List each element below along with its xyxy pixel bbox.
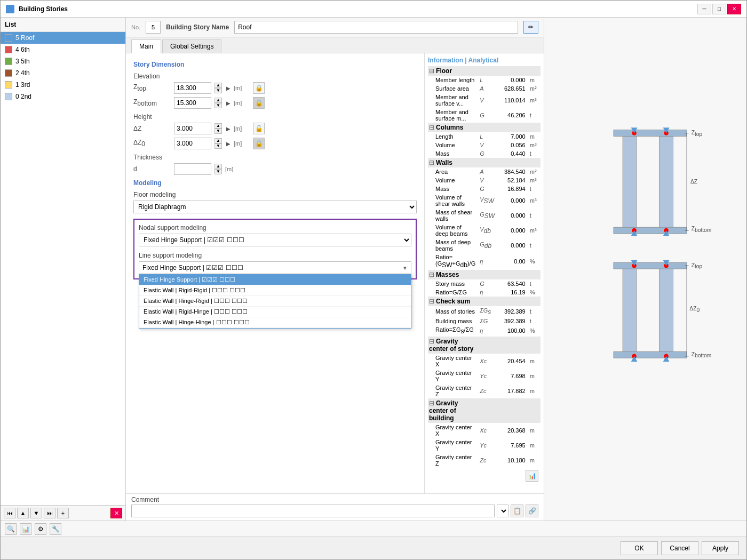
story-item[interactable]: 1 3rd	[1, 79, 125, 91]
cell-unit: m	[528, 453, 541, 468]
ztop-arrows: ▲ ▼	[214, 83, 222, 93]
chart-button[interactable]: 📊	[20, 523, 31, 535]
delete-button[interactable]: ✕	[110, 508, 122, 518]
story-item[interactable]: 3 5th	[1, 55, 125, 67]
tab-main[interactable]: Main	[131, 39, 161, 53]
minimize-button[interactable]: ─	[697, 4, 711, 14]
story-label-2: 2 4th	[15, 69, 30, 77]
ztop-down[interactable]: ▼	[214, 88, 222, 93]
walls-toggle[interactable]: ⊟	[429, 159, 434, 166]
dz0-input[interactable]	[174, 138, 211, 149]
story-item[interactable]: 2 4th	[1, 67, 125, 79]
cell-value: 16.19	[498, 288, 528, 297]
zbottom-down[interactable]: ▼	[214, 103, 222, 108]
info-export-button[interactable]: 📊	[526, 470, 538, 482]
cell-value: 16.894	[498, 185, 528, 193]
cell-symbol: G	[478, 149, 497, 158]
dz-lock[interactable]: 🔓	[253, 123, 265, 134]
table-row: Gravity center YYc7.698m	[428, 369, 541, 383]
cell-label: Volume of deep beams	[428, 223, 478, 238]
add-button[interactable]: +	[57, 508, 69, 518]
dz-input[interactable]	[174, 123, 211, 134]
d-up[interactable]: ▲	[214, 164, 222, 169]
cell-value: 0.440	[498, 149, 528, 158]
svg-rect-1	[659, 132, 673, 233]
line-support-value: Fixed Hinge Support | ☑☑☑ ☐☐☐	[142, 264, 243, 271]
dz0-arrows: ▲ ▼	[214, 138, 222, 149]
zbottom-lock[interactable]: 🔒	[253, 97, 265, 109]
cell-symbol: Vdb	[478, 223, 497, 238]
zoom-button[interactable]: 🔍	[5, 523, 17, 535]
dropdown-item[interactable]: Elastic Wall | Rigid-Hinge | ☐☐☐ ☐☐☐	[139, 307, 411, 317]
story-color-3	[5, 58, 12, 65]
dz-up[interactable]: ▲	[214, 123, 222, 129]
title-bar: Building Stories ─ □ ✕	[1, 1, 746, 18]
masses-toggle[interactable]: ⊟	[429, 271, 434, 278]
cell-label: Ratio=ΣGs/ΣG	[428, 325, 478, 336]
cell-unit: t	[528, 306, 541, 317]
dropdown-item[interactable]: Fixed Hinge Support | ☑☑☑ ☐☐☐	[139, 275, 411, 285]
gravity-story-toggle[interactable]: ⊟	[429, 338, 434, 345]
zbottom-up[interactable]: ▲	[214, 98, 222, 103]
dropdown-item[interactable]: Elastic Wall | Hinge-Rigid | ☐☐☐ ☐☐☐	[139, 296, 411, 307]
cell-symbol: G	[478, 185, 497, 193]
floor-toggle[interactable]: ⊟	[429, 67, 434, 75]
svg-rect-21	[614, 351, 687, 358]
story-item[interactable]: 5 Roof	[1, 32, 125, 44]
cell-unit: t	[528, 238, 541, 253]
ztop-unit: [m]	[234, 85, 250, 91]
columns-toggle[interactable]: ⊟	[429, 124, 434, 131]
modeling-section: Modeling Floor modeling Rigid Diaphragm …	[133, 179, 417, 279]
close-button[interactable]: ✕	[727, 4, 741, 14]
svg-text:Ztop: Ztop	[691, 262, 702, 269]
zbottom-input[interactable]	[174, 97, 211, 109]
move-last-button[interactable]: ⏭	[44, 508, 55, 518]
cell-symbol: G	[478, 279, 497, 288]
nodal-support-select[interactable]: Fixed Hinge Support | ☑☑☑ ☐☐☐	[139, 234, 411, 246]
tab-global-settings[interactable]: Global Settings	[162, 39, 221, 53]
story-item[interactable]: 0 2nd	[1, 91, 125, 102]
comment-input[interactable]	[131, 505, 495, 517]
dz-down[interactable]: ▼	[214, 129, 222, 134]
tools-button[interactable]: 🔧	[50, 523, 61, 535]
checksum-toggle[interactable]: ⊟	[429, 298, 434, 305]
ztop-up[interactable]: ▲	[214, 83, 222, 88]
floor-modeling-select[interactable]: Rigid Diaphragm	[133, 201, 417, 213]
cell-value: 0.000	[498, 193, 528, 208]
gravity-building-toggle[interactable]: ⊟	[429, 399, 434, 407]
table-row: Mass of shear wallsGSW0.000t	[428, 208, 541, 223]
ok-button[interactable]: OK	[621, 541, 658, 555]
dropdown-item[interactable]: Elastic Wall | Rigid-Rigid | ☐☐☐ ☐☐☐	[139, 285, 411, 296]
move-down-button[interactable]: ▼	[30, 508, 42, 518]
move-up-button[interactable]: ▲	[17, 508, 29, 518]
ztop-input[interactable]	[174, 82, 211, 94]
dz0-lock[interactable]: 🔒	[253, 138, 265, 149]
settings-pane: Story Dimension Elevation Ztop ▲ ▼ ▶	[126, 53, 425, 493]
dz0-down[interactable]: ▼	[214, 143, 222, 149]
ztop-arrow-icon: ▶	[226, 85, 231, 91]
dz-arrow-icon: ▶	[226, 126, 231, 132]
story-name-edit-button[interactable]: ✏	[523, 21, 538, 34]
d-input[interactable]	[174, 163, 211, 175]
settings-icon-button[interactable]: ⚙	[35, 523, 46, 535]
comment-action-button[interactable]: 🔗	[526, 505, 538, 517]
no-label: No.	[131, 24, 140, 30]
comment-copy-button[interactable]: 📋	[511, 505, 523, 517]
cell-unit: t	[528, 108, 541, 123]
dz0-up[interactable]: ▲	[214, 138, 222, 143]
story-item[interactable]: 4 6th	[1, 44, 125, 55]
comment-select[interactable]	[497, 505, 508, 517]
story-name-input[interactable]	[234, 21, 518, 34]
cell-label: Member length	[428, 76, 478, 84]
apply-button[interactable]: Apply	[702, 541, 739, 555]
dropdown-item[interactable]: Elastic Wall | Hinge-Hinge | ☐☐☐ ☐☐☐	[139, 317, 411, 328]
info-toolbar: 📊	[428, 468, 541, 484]
cell-value: 628.651	[498, 84, 528, 93]
d-down[interactable]: ▼	[214, 169, 222, 174]
ztop-lock[interactable]: 🔒	[253, 82, 265, 94]
move-first-button[interactable]: ⏮	[4, 508, 15, 518]
cancel-button[interactable]: Cancel	[661, 541, 698, 555]
maximize-button[interactable]: □	[712, 4, 726, 14]
dz-arrows: ▲ ▼	[214, 123, 222, 134]
line-support-btn[interactable]: Fixed Hinge Support | ☑☑☑ ☐☐☐ ▼	[139, 261, 411, 274]
